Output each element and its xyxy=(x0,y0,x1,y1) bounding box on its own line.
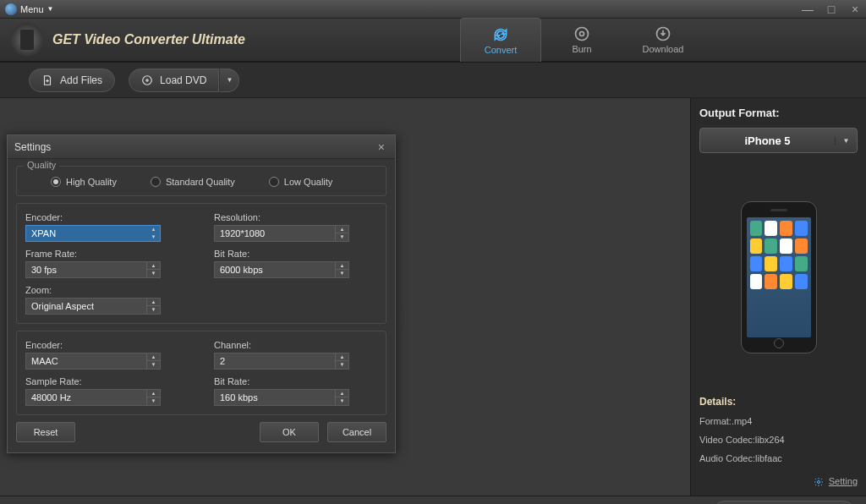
download-icon xyxy=(655,25,671,42)
output-format-select[interactable]: iPhone 5 ▼ xyxy=(699,128,858,153)
svg-point-5 xyxy=(818,480,820,483)
video-bitrate-select[interactable]: 6000 kbps▲▼ xyxy=(214,261,349,278)
main-tabs: Convert Burn Download xyxy=(460,18,704,62)
channel-select[interactable]: 2▲▼ xyxy=(214,353,349,370)
burn-icon xyxy=(573,25,590,42)
app-icon xyxy=(5,3,17,15)
setting-link[interactable]: Setting xyxy=(829,476,858,486)
gear-icon xyxy=(814,477,824,487)
load-dvd-dropdown[interactable]: ▼ xyxy=(219,68,239,92)
tab-burn[interactable]: Burn xyxy=(541,18,622,62)
framerate-select[interactable]: 30 fps▲▼ xyxy=(25,261,161,278)
dialog-close-button[interactable]: × xyxy=(375,140,388,154)
video-encoder-label: Encoder: xyxy=(25,212,189,222)
convert-icon xyxy=(492,26,509,43)
menu-label: Menu xyxy=(20,4,44,14)
minimize-button[interactable]: — xyxy=(802,3,814,16)
ok-button[interactable]: OK xyxy=(260,422,319,442)
menu-button[interactable]: Menu ▼ xyxy=(5,3,53,15)
zoom-label: Zoom: xyxy=(25,285,189,295)
samplerate-select[interactable]: 48000 Hz▲▼ xyxy=(25,389,161,406)
svg-point-1 xyxy=(580,32,584,36)
svg-point-3 xyxy=(143,75,152,85)
svg-point-0 xyxy=(576,28,589,41)
samplerate-label: Sample Rate: xyxy=(25,376,189,386)
disc-icon xyxy=(141,74,153,86)
details-title: Details: xyxy=(699,396,858,408)
chevron-down-icon: ▼ xyxy=(47,5,54,13)
framerate-label: Frame Rate: xyxy=(25,249,189,259)
load-dvd-button[interactable]: Load DVD xyxy=(129,68,219,92)
device-preview xyxy=(699,158,858,396)
audio-encoder-select[interactable]: MAAC▲▼ xyxy=(25,353,161,370)
channel-label: Channel: xyxy=(214,340,377,350)
dialog-titlebar: Settings × xyxy=(8,135,395,159)
resolution-select[interactable]: 1920*1080▲▼ xyxy=(214,225,349,242)
convert-button[interactable]: Convert xyxy=(712,501,856,505)
audio-bitrate-select[interactable]: 160 kbps▲▼ xyxy=(214,389,349,406)
settings-dialog: Settings × Quality High Quality Standard… xyxy=(7,134,396,453)
tab-convert[interactable]: Convert xyxy=(460,18,541,62)
cancel-button[interactable]: Cancel xyxy=(327,422,386,442)
output-format-title: Output Format: xyxy=(699,107,858,119)
details-format: Format:.mp4 xyxy=(699,416,858,426)
chevron-down-icon: ▼ xyxy=(835,137,857,145)
radio-standard-quality[interactable]: Standard Quality xyxy=(151,177,235,187)
add-files-button[interactable]: Add Files xyxy=(29,68,115,92)
output-sidebar: Output Format: iPhone 5 ▼ Details: Forma… xyxy=(690,98,866,496)
tab-download[interactable]: Download xyxy=(622,18,704,62)
titlebar: Menu ▼ — □ × xyxy=(0,0,866,19)
maximize-button[interactable]: □ xyxy=(825,3,837,16)
resolution-label: Resolution: xyxy=(214,212,377,222)
footer: Output Folder: Open Folder Merge all vid… xyxy=(0,496,866,504)
video-section: Encoder: XPAN▲▼ Resolution: 1920*1080▲▼ … xyxy=(16,203,386,324)
reset-button[interactable]: Reset xyxy=(16,422,75,442)
dialog-title: Settings xyxy=(14,141,51,153)
video-encoder-select[interactable]: XPAN▲▼ xyxy=(25,225,161,242)
quality-legend: Quality xyxy=(24,160,59,170)
audio-encoder-label: Encoder: xyxy=(25,340,189,350)
audio-section: Encoder: MAAC▲▼ Channel: 2▲▼ Sample Rate… xyxy=(16,331,386,415)
header: GET Video Converter Ultimate Convert Bur… xyxy=(0,19,866,63)
audio-bitrate-label: Bit Rate: xyxy=(214,376,377,386)
zoom-select[interactable]: Original Aspect▲▼ xyxy=(25,298,161,315)
close-button[interactable]: × xyxy=(849,3,861,16)
details-video-codec: Video Codec:libx264 xyxy=(699,435,858,445)
file-plus-icon xyxy=(41,74,53,86)
video-bitrate-label: Bit Rate: xyxy=(214,249,377,259)
content-area: rt conversion Settings × Quality High Qu… xyxy=(0,98,690,496)
quality-group: Quality High Quality Standard Quality Lo… xyxy=(16,166,386,196)
load-dvd-split-button: Load DVD ▼ xyxy=(129,68,239,92)
app-logo-icon xyxy=(10,23,44,57)
svg-point-4 xyxy=(146,79,148,80)
radio-low-quality[interactable]: Low Quality xyxy=(269,177,332,187)
details-audio-codec: Audio Codec:libfaac xyxy=(699,453,858,463)
app-title: GET Video Converter Ultimate xyxy=(52,32,426,47)
toolbar: Add Files Load DVD ▼ xyxy=(0,63,866,98)
radio-high-quality[interactable]: High Quality xyxy=(51,177,117,187)
